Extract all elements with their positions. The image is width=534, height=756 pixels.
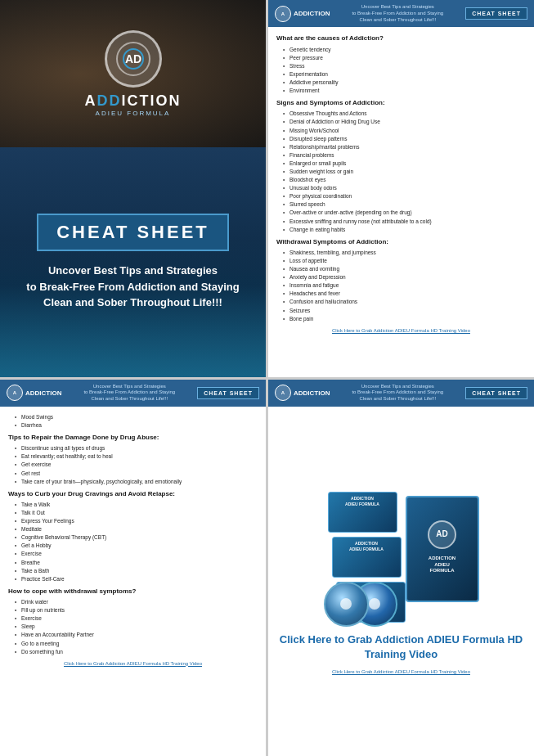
panel-3-header: A ADDICTION Uncover Best Tips and Strate… — [0, 380, 266, 407]
causes-list: Genetic tendencyPeer pressureStressExper… — [276, 46, 526, 95]
panel-4-header: A ADDICTION Uncover Best Tips and Strate… — [268, 380, 534, 407]
list-item: Get a Hobby — [15, 542, 258, 549]
brand-sub: ADIEU FORMULA — [85, 110, 182, 117]
list-item: Have an Accountability Partner — [15, 631, 258, 638]
repair-list: Discontinue using all types of drugsEat … — [8, 444, 258, 484]
list-item: Bone pain — [283, 315, 526, 322]
list-item: Obsessive Thoughts and Actions — [283, 110, 526, 117]
cope-list: Drink waterFill up on nutrientsExerciseS… — [8, 598, 258, 655]
dvd-disc-1 — [324, 582, 369, 627]
list-item: Loss of appetite — [283, 257, 526, 264]
cheat-badge-small-4: CHEAT SHEET — [465, 387, 527, 399]
click-link-3[interactable]: Click Here to Grab Addiction ADIEU Formu… — [8, 660, 258, 667]
list-item: Experimentation — [283, 70, 526, 78]
list-item: Go to a meeting — [15, 640, 258, 647]
tagline-line1: Uncover Best Tips and Strategies — [26, 263, 239, 279]
list-item: Addictive personality — [283, 79, 526, 86]
panel-4-content: ADDICTIONADIEU FORMULA ADDICTIONADIEU FO… — [268, 407, 534, 756]
svg-text:AD: AD — [124, 52, 141, 65]
list-item: Discontinue using all types of drugs — [15, 444, 258, 452]
tagline: Uncover Best Tips and Strategies to Brea… — [26, 263, 239, 311]
list-item: Take care of your brain—physically, psyc… — [15, 478, 258, 485]
list-item: Seizures — [283, 307, 526, 314]
main-box-logo: AD — [428, 520, 456, 549]
list-item: Mood Swings — [15, 413, 258, 421]
list-item: Nausea and vomiting — [283, 265, 526, 272]
logo-small: A ADDICTION — [275, 6, 330, 22]
list-item: Anxiety and Depression — [283, 273, 526, 281]
product-stack: ADDICTIONADIEU FORMULA ADDICTIONADIEU FO… — [320, 488, 483, 623]
list-item: Talk it Out — [15, 509, 258, 516]
list-item: Express Your Feelings — [15, 517, 258, 524]
list-item: Excessive sniffing and runny nose (not a… — [283, 218, 526, 225]
cheat-badge-small-3: CHEAT SHEET — [197, 387, 259, 399]
list-item: Breathe — [15, 559, 258, 566]
header-tagline-text-4: Uncover Best Tips and Strategiesto Break… — [352, 384, 443, 402]
list-item: Enlarged or small pupils — [283, 160, 526, 167]
hero-image: AD ADDICTION ADIEU FORMULA — [0, 0, 266, 147]
list-item: Fill up on nutrients — [15, 606, 258, 614]
section-signs-title: Signs and Symptoms of Addiction: — [276, 98, 526, 107]
logo-icon-small-3: A — [7, 385, 23, 401]
logo-icon-small: A — [275, 6, 291, 22]
logo-area: AD ADDICTION ADIEU FORMULA — [85, 30, 182, 117]
list-item: Drink water — [15, 598, 258, 605]
main-box-logo-text: AD — [436, 529, 447, 540]
list-item: Insomnia and fatigue — [283, 281, 526, 289]
list-item: Peer pressure — [283, 54, 526, 61]
list-item: Get exercise — [15, 461, 258, 468]
header-tagline: Uncover Best Tips and Strategiesto Break… — [334, 4, 460, 23]
list-item: Take a Bath — [15, 567, 258, 574]
header-tagline-text-3: Uncover Best Tips and Strategiesto Break… — [83, 384, 175, 402]
section-causes-title: What are the causes of Addiction? — [276, 34, 526, 43]
list-item: Unusual body odors — [283, 184, 526, 191]
panel-top-left: AD ADDICTION ADIEU FORMULA CHEAT SHEET U… — [0, 0, 266, 377]
list-item: Get rest — [15, 470, 258, 477]
list-item: Diarrhea — [15, 421, 258, 429]
list-item: Relationship/marital problems — [283, 143, 526, 151]
list-item: Exercise — [15, 550, 258, 557]
list-item: Missing Work/School — [283, 127, 526, 134]
product-box-back-2: ADDICTIONADIEU FORMULA — [332, 537, 402, 578]
box-label-2: ADDICTIONADIEU FORMULA — [333, 538, 401, 556]
list-item: Sudden weight loss or gain — [283, 168, 526, 175]
list-item: Disrupted sleep patterns — [283, 135, 526, 142]
dvd-hole-2 — [369, 598, 380, 610]
list-item: Denial of Addiction or Hiding Drug Use — [283, 118, 526, 125]
section-repair-title: Tips to Repair the Damage Done by Drug A… — [8, 433, 258, 442]
main-box-label: ADDICTIONADIEUFORMULA — [426, 553, 458, 577]
list-item: Genetic tendency — [283, 46, 526, 53]
box-label-1: ADDICTIONADIEU FORMULA — [329, 493, 397, 511]
brand-name: ADDICTION ADIEU FORMULA — [85, 92, 182, 117]
click-link-4[interactable]: Click Here to Grab Addiction ADIEU Formu… — [332, 668, 470, 675]
section-curb-title: Ways to Curb your Drug Cravings and Avoi… — [8, 489, 258, 498]
click-link-2[interactable]: Click Here to Grab Addiction ADIEU Formu… — [276, 327, 526, 334]
intro-list: Mood SwingsDiarrhea — [8, 413, 258, 429]
bottom-section: CHEAT SHEET Uncover Best Tips and Strate… — [0, 147, 266, 377]
dvd-hole-1 — [340, 598, 352, 610]
panel-header: A ADDICTION Uncover Best Tips and Strate… — [268, 0, 534, 27]
list-item: Take a Walk — [15, 501, 258, 508]
list-item: Cognitive Behavioral Therapy (CBT) — [15, 533, 258, 541]
panel-bottom-left: A ADDICTION Uncover Best Tips and Strate… — [0, 380, 266, 757]
cheat-sheet-text: CHEAT SHEET — [56, 222, 209, 242]
logo-small-3: A ADDICTION — [7, 385, 61, 401]
list-item: Headaches and fever — [283, 290, 526, 297]
header-tagline-3: Uncover Best Tips and Strategiesto Break… — [66, 384, 192, 403]
signs-list: Obsessive Thoughts and ActionsDenial of … — [276, 110, 526, 232]
header-tagline-4: Uncover Best Tips and Strategiesto Break… — [334, 384, 460, 403]
logo-icon-small-4: A — [275, 385, 291, 401]
list-item: Confusion and hallucinations — [283, 298, 526, 305]
cheat-badge-small: CHEAT SHEET — [465, 7, 527, 20]
withdrawal-list: Shakiness, trembling, and jumpinessLoss … — [276, 249, 526, 322]
header-tagline-text: Uncover Best Tips and Strategiesto Break… — [352, 4, 443, 22]
logo-circle: AD — [105, 30, 162, 88]
list-item: Eat relevantly; eat healthily; eat to he… — [15, 452, 258, 460]
tagline-line2: to Break-Free From Addiction and Staying — [26, 279, 239, 295]
section-cope-title: How to cope with withdrawal symptoms? — [8, 587, 258, 596]
section-withdrawal-title: Withdrawal Symptoms of Addiction: — [276, 237, 526, 246]
tagline-line3: Clean and Sober Throughout Life!!! — [26, 295, 239, 311]
list-item: Sleep — [15, 623, 258, 630]
list-item: Environment — [283, 87, 526, 94]
cta-text[interactable]: Click Here to Grab Addiction ADIEU Formu… — [276, 632, 526, 662]
